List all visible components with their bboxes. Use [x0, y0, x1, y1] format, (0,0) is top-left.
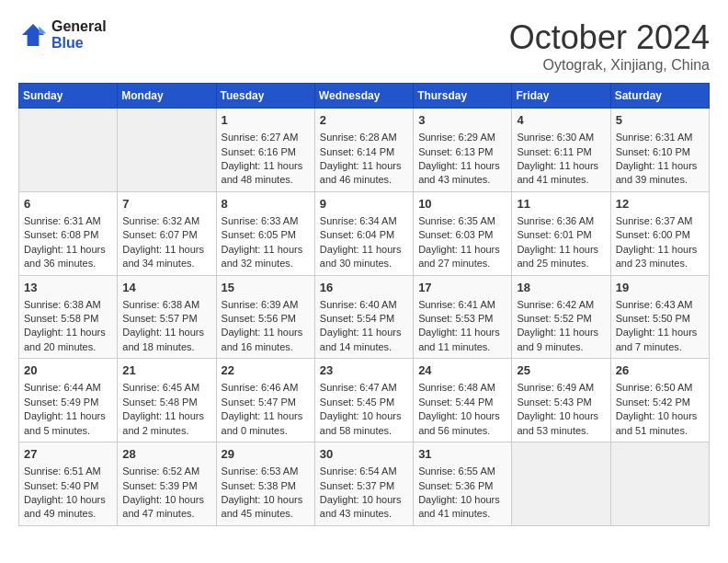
calendar-week-3: 20Sunrise: 6:44 AMSunset: 5:49 PMDayligh… [19, 359, 710, 442]
sunrise-text: Sunrise: 6:38 AM [24, 298, 112, 312]
sunrise-text: Sunrise: 6:36 AM [517, 214, 605, 228]
calendar-cell: 12Sunrise: 6:37 AMSunset: 6:00 PMDayligh… [610, 191, 709, 275]
daylight-text: Daylight: 11 hours and 0 minutes. [222, 409, 310, 438]
header-tuesday: Tuesday [216, 84, 314, 109]
header-sunday: Sunday [19, 84, 118, 109]
calendar-cell: 18Sunrise: 6:42 AMSunset: 5:52 PMDayligh… [512, 275, 610, 359]
calendar-week-1: 6Sunrise: 6:31 AMSunset: 6:08 PMDaylight… [19, 191, 710, 275]
calendar-cell [118, 109, 216, 192]
logo-icon [18, 20, 48, 50]
calendar-header-row: SundayMondayTuesdayWednesdayThursdayFrid… [19, 84, 710, 109]
day-number: 7 [122, 196, 210, 213]
day-number: 27 [24, 446, 112, 463]
calendar-cell: 11Sunrise: 6:36 AMSunset: 6:01 PMDayligh… [512, 191, 610, 275]
calendar-cell: 23Sunrise: 6:47 AMSunset: 5:45 PMDayligh… [314, 359, 413, 442]
calendar-cell: 29Sunrise: 6:53 AMSunset: 5:38 PMDayligh… [216, 442, 314, 526]
sunset-text: Sunset: 5:42 PM [616, 396, 704, 409]
daylight-text: Daylight: 11 hours and 48 minutes. [222, 159, 310, 188]
calendar-cell: 14Sunrise: 6:38 AMSunset: 5:57 PMDayligh… [118, 275, 216, 359]
daylight-text: Daylight: 11 hours and 25 minutes. [517, 243, 605, 271]
sunset-text: Sunset: 5:57 PM [122, 312, 210, 326]
daylight-text: Daylight: 11 hours and 18 minutes. [122, 326, 210, 354]
sunset-text: Sunset: 5:56 PM [222, 312, 310, 326]
sunset-text: Sunset: 6:04 PM [320, 228, 408, 242]
day-number: 13 [24, 280, 112, 296]
calendar-cell: 13Sunrise: 6:38 AMSunset: 5:58 PMDayligh… [19, 275, 118, 359]
daylight-text: Daylight: 11 hours and 23 minutes. [616, 243, 704, 271]
sunset-text: Sunset: 5:44 PM [418, 396, 506, 409]
sunrise-text: Sunrise: 6:53 AM [222, 465, 310, 478]
calendar-cell: 16Sunrise: 6:40 AMSunset: 5:54 PMDayligh… [314, 275, 413, 359]
calendar-cell: 15Sunrise: 6:39 AMSunset: 5:56 PMDayligh… [216, 275, 314, 359]
sunset-text: Sunset: 5:48 PM [122, 396, 210, 409]
daylight-text: Daylight: 10 hours and 49 minutes. [24, 493, 112, 522]
calendar-cell: 17Sunrise: 6:41 AMSunset: 5:53 PMDayligh… [414, 275, 512, 359]
daylight-text: Daylight: 11 hours and 14 minutes. [320, 326, 408, 354]
day-number: 4 [517, 112, 605, 129]
sunset-text: Sunset: 6:07 PM [122, 228, 210, 242]
sunrise-text: Sunrise: 6:32 AM [122, 214, 210, 228]
logo: General Blue [18, 18, 107, 52]
daylight-text: Daylight: 10 hours and 53 minutes. [517, 409, 605, 438]
sunset-text: Sunset: 5:37 PM [320, 479, 408, 493]
daylight-text: Daylight: 10 hours and 56 minutes. [418, 409, 506, 438]
calendar-cell: 6Sunrise: 6:31 AMSunset: 6:08 PMDaylight… [19, 191, 118, 275]
sunset-text: Sunset: 6:11 PM [517, 145, 605, 159]
header-monday: Monday [118, 84, 216, 109]
calendar-cell: 2Sunrise: 6:28 AMSunset: 6:14 PMDaylight… [314, 109, 413, 192]
day-number: 22 [222, 362, 310, 379]
daylight-text: Daylight: 11 hours and 46 minutes. [320, 159, 408, 188]
sunset-text: Sunset: 6:14 PM [320, 145, 408, 159]
day-number: 9 [320, 196, 408, 213]
calendar-cell [512, 442, 610, 526]
calendar-cell: 24Sunrise: 6:48 AMSunset: 5:44 PMDayligh… [414, 359, 512, 442]
sunset-text: Sunset: 6:10 PM [616, 145, 704, 159]
title-block: October 2024 Oytograk, Xinjiang, China [509, 18, 710, 74]
daylight-text: Daylight: 11 hours and 32 minutes. [222, 243, 310, 271]
sunrise-text: Sunrise: 6:43 AM [616, 298, 704, 312]
logo-text: General Blue [51, 18, 107, 52]
header-saturday: Saturday [610, 84, 709, 109]
calendar-cell: 1Sunrise: 6:27 AMSunset: 6:16 PMDaylight… [216, 109, 314, 192]
day-number: 24 [418, 362, 506, 379]
daylight-text: Daylight: 11 hours and 9 minutes. [517, 326, 605, 354]
daylight-text: Daylight: 11 hours and 16 minutes. [222, 326, 310, 354]
day-number: 28 [122, 446, 210, 463]
day-number: 1 [222, 112, 310, 129]
daylight-text: Daylight: 11 hours and 27 minutes. [418, 243, 506, 271]
daylight-text: Daylight: 10 hours and 43 minutes. [320, 493, 408, 522]
sunrise-text: Sunrise: 6:50 AM [616, 381, 704, 395]
sunrise-text: Sunrise: 6:51 AM [24, 465, 112, 478]
daylight-text: Daylight: 10 hours and 41 minutes. [418, 493, 506, 522]
daylight-text: Daylight: 10 hours and 47 minutes. [122, 493, 210, 522]
sunset-text: Sunset: 6:00 PM [616, 228, 704, 242]
daylight-text: Daylight: 11 hours and 5 minutes. [24, 409, 112, 438]
daylight-text: Daylight: 11 hours and 7 minutes. [616, 326, 704, 354]
daylight-text: Daylight: 10 hours and 58 minutes. [320, 409, 408, 438]
day-number: 18 [517, 280, 605, 296]
calendar-cell: 7Sunrise: 6:32 AMSunset: 6:07 PMDaylight… [118, 191, 216, 275]
svg-marker-0 [22, 24, 44, 46]
day-number: 8 [222, 196, 310, 213]
sunrise-text: Sunrise: 6:47 AM [320, 381, 408, 395]
header-friday: Friday [512, 84, 610, 109]
day-number: 21 [122, 362, 210, 379]
sunrise-text: Sunrise: 6:52 AM [122, 465, 210, 478]
sunset-text: Sunset: 6:05 PM [222, 228, 310, 242]
sunrise-text: Sunrise: 6:34 AM [320, 214, 408, 228]
sunrise-text: Sunrise: 6:41 AM [418, 298, 506, 312]
daylight-text: Daylight: 11 hours and 2 minutes. [122, 409, 210, 438]
day-number: 14 [122, 280, 210, 296]
day-number: 16 [320, 280, 408, 296]
sunrise-text: Sunrise: 6:44 AM [24, 381, 112, 395]
day-number: 11 [517, 196, 605, 213]
day-number: 15 [222, 280, 310, 296]
sunrise-text: Sunrise: 6:46 AM [222, 381, 310, 395]
calendar-cell: 22Sunrise: 6:46 AMSunset: 5:47 PMDayligh… [216, 359, 314, 442]
daylight-text: Daylight: 10 hours and 51 minutes. [616, 409, 704, 438]
sunrise-text: Sunrise: 6:31 AM [616, 131, 704, 144]
daylight-text: Daylight: 11 hours and 30 minutes. [320, 243, 408, 271]
day-number: 29 [222, 446, 310, 463]
sunrise-text: Sunrise: 6:28 AM [320, 131, 408, 144]
sunset-text: Sunset: 5:58 PM [24, 312, 112, 326]
